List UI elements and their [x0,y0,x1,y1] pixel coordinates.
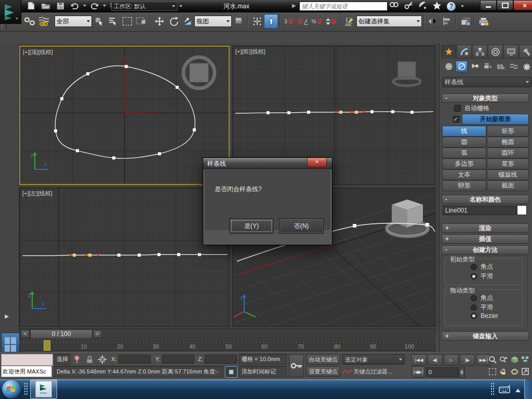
tab-modify[interactable] [457,45,472,59]
rollout-creation-method[interactable]: - 创建方法 [442,245,529,255]
angle-snap-toggle-icon[interactable] [296,14,310,29]
rollout-rendering[interactable]: + 渲染 [442,223,529,233]
undo-icon[interactable] [69,1,81,11]
open-file-icon[interactable] [39,1,52,11]
previous-key-button[interactable]: ◀| [428,354,443,366]
shape-button-text[interactable]: 文本 [442,169,486,180]
autogrid-checkbox[interactable] [454,105,461,112]
tab-utilities[interactable] [519,45,532,59]
select-and-scale-icon[interactable] [180,14,194,29]
select-and-manipulate-icon[interactable] [250,14,264,29]
viewcube-top[interactable] [183,57,215,88]
subtab-systems[interactable] [521,61,532,72]
selection-filter-dropdown[interactable]: 全部 [55,16,92,27]
subtab-cameras[interactable] [482,61,494,72]
spinner-snap-toggle-icon[interactable] [324,14,338,29]
track-bar[interactable]: 0 10 20 30 40 50 60 70 80 90 100 [19,340,435,351]
shape-button-helix[interactable]: 螺旋线 [487,169,529,180]
communication-center-icon[interactable] [418,1,427,11]
shape-button-arc[interactable]: 弧 [442,148,486,158]
save-icon[interactable] [54,1,66,11]
viewport-left-label[interactable]: [+][左][线框] [22,190,52,197]
next-frame-button[interactable]: > [93,330,102,338]
shape-category-dropdown[interactable]: 样条线 [442,77,531,87]
dialog-close-button[interactable]: × [307,158,327,167]
undo-dropdown-caret[interactable] [83,5,86,8]
initial-corner-radio[interactable] [471,264,477,270]
set-key-button[interactable]: 设置关键点 [306,366,340,377]
maxscript-mini-listener-white[interactable]: 欢迎使用 MAXSc [1,366,52,377]
align-icon[interactable] [440,14,454,29]
key-filters-button[interactable]: 关键点过滤器... [353,368,392,376]
render-setup-icon[interactable] [476,14,490,29]
keyboard-shortcut-override-toggle[interactable] [264,14,278,29]
zoom-extents-all-icon[interactable] [520,354,530,365]
zoom-extents-icon[interactable] [509,354,520,365]
isolate-selection-icon[interactable] [225,366,237,378]
zoom-region-icon[interactable] [487,366,498,377]
zoom-all-icon[interactable] [498,354,509,365]
redo-dropdown-caret[interactable] [103,5,106,8]
rollout-object-type[interactable]: - 对象类型 [442,94,529,103]
auto-key-button[interactable]: 自动关键点 [306,354,340,365]
select-by-name-icon[interactable] [106,14,120,29]
shape-button-ngon[interactable]: 多边形 [442,158,486,169]
viewport-top[interactable]: [+][顶][线框] [19,46,230,185]
y-coordinate-field[interactable] [162,355,194,364]
shape-button-ellipse[interactable]: 椭圆 [487,137,529,148]
rollout-keyboard-entry[interactable]: + 键盘输入 [442,331,529,341]
selection-lock-icon[interactable] [84,354,95,365]
viewport-left[interactable]: [+][左][线框] ZX [19,188,230,327]
search-icon[interactable] [390,1,399,11]
time-slider-handle[interactable]: 0 / 100 [30,329,92,339]
layer-manager-icon[interactable] [458,14,472,29]
select-object-icon[interactable] [92,14,106,29]
use-pivot-center-icon[interactable] [232,14,246,29]
drag-corner-radio[interactable] [471,295,477,301]
favorites-star-icon[interactable] [432,1,442,11]
shape-button-rectangle[interactable]: 矩形 [487,126,529,137]
reference-coordinate-dropdown[interactable]: 视图 [194,16,232,27]
maximize-viewport-toggle-icon[interactable] [520,366,530,377]
shape-button-line[interactable]: 线 [442,126,486,137]
shape-button-donut[interactable]: 圆环 [487,148,529,158]
taskbar-3dsmax-button[interactable]: max [30,379,57,399]
x-coordinate-field[interactable] [118,355,151,364]
previous-frame-button[interactable]: < [21,330,30,338]
expand-panel-arrow-icon[interactable]: ▶ [3,311,11,321]
next-key-button[interactable]: |▶ [460,354,475,366]
help-icon[interactable]: ? [447,2,456,11]
named-selection-sets-dropdown[interactable]: 创建选择集 [356,16,422,27]
subtab-geometry[interactable] [443,61,455,72]
quick-access-overflow[interactable] [177,2,185,10]
viewport-front-label[interactable]: [+][前][线框] [235,48,265,56]
show-desktop-button[interactable] [524,379,532,399]
time-slider[interactable]: < 0 / 100 > [19,328,435,339]
search-input[interactable] [299,2,388,11]
shape-button-star[interactable]: 星形 [487,158,529,169]
object-name-field[interactable] [443,206,516,215]
tab-create[interactable] [441,45,456,59]
redo-icon[interactable] [88,1,101,11]
key-mode-dropdown[interactable]: 选定对象 [342,354,405,365]
subtab-helpers[interactable] [495,61,507,72]
frame-spinner[interactable] [458,367,465,378]
shape-button-circle[interactable]: 圆 [442,137,486,148]
new-file-icon[interactable] [25,1,37,11]
add-time-tag[interactable]: 添加时间标记 [239,366,287,377]
show-hidden-icons-arrow[interactable] [514,385,522,393]
window-crossing-toggle-icon[interactable] [134,14,148,29]
select-and-move-icon[interactable] [152,14,166,29]
viewcube-front[interactable] [393,62,420,86]
rollout-name-color[interactable]: - 名称和颜色 [442,195,529,204]
help-caret-icon[interactable] [461,5,464,9]
application-menu-button[interactable] [0,0,21,24]
input-method-keyboard-icon[interactable] [498,383,511,395]
percent-snap-toggle-icon[interactable]: % [310,14,324,29]
viewport-top-label[interactable]: [+][顶][线框] [23,48,53,56]
viewcube-perspective[interactable] [387,200,428,236]
unlink-selection-icon[interactable] [22,14,36,29]
workspace-dropdown[interactable]: 工作区: 默认 [111,2,178,11]
minimize-button[interactable] [480,0,497,10]
bind-to-space-warp-icon[interactable] [36,14,50,29]
